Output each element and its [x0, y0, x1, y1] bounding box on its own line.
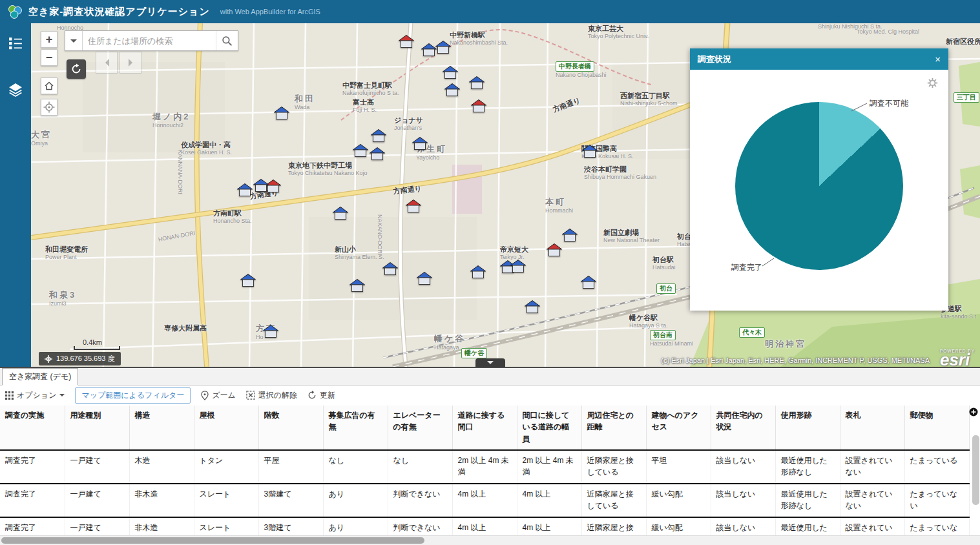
house-marker-blue[interactable]: [469, 76, 485, 90]
locate-button[interactable]: [41, 99, 57, 116]
house-marker-blue[interactable]: [333, 207, 348, 220]
previous-extent-button[interactable]: [96, 52, 118, 74]
table-cell: 調査完了: [0, 517, 65, 535]
zoom-to-button[interactable]: ズーム: [201, 390, 236, 401]
table-cell: 判断できない: [388, 517, 452, 535]
layers-icon[interactable]: [7, 81, 24, 98]
table-cell: たまっている: [904, 450, 969, 484]
house-marker-blue[interactable]: [582, 145, 598, 158]
table-row[interactable]: 調査完了一戸建て非木造スレート3階建てあり判断できない4m 以上4m 以上近隣家…: [0, 484, 969, 517]
house-marker-blue[interactable]: [349, 279, 365, 293]
house-marker-blue[interactable]: [370, 147, 385, 161]
panel-collapse-handle[interactable]: [475, 358, 505, 367]
column-header[interactable]: 使用形跡: [775, 406, 840, 450]
house-marker-blue[interactable]: [382, 262, 398, 276]
house-marker-red[interactable]: [406, 200, 421, 213]
house-marker-red[interactable]: [399, 35, 414, 48]
column-header[interactable]: 屋根: [194, 406, 258, 450]
map-extent-filter-button[interactable]: マップ範囲によるフィルター: [75, 387, 191, 404]
house-marker-blue[interactable]: [263, 325, 278, 338]
house-marker-red[interactable]: [547, 243, 562, 257]
table-cell: 一戸建て: [65, 484, 129, 517]
options-button[interactable]: オプション: [5, 390, 65, 401]
panel-header: 調査状況 ×: [690, 48, 948, 70]
app-logo-icon: [6, 3, 23, 20]
vertical-scrollbar-thumb[interactable]: [972, 435, 979, 505]
column-header[interactable]: 募集広告の有無: [323, 406, 388, 450]
house-marker-blue[interactable]: [435, 41, 451, 54]
clear-selection-label: 選択の解除: [258, 390, 297, 401]
house-marker-blue[interactable]: [510, 260, 526, 273]
house-marker-blue[interactable]: [253, 179, 269, 192]
table-row[interactable]: 調査完了一戸建て木造トタン平屋なしなし2m 以上 4m 未満2m 以上 4m 未…: [0, 450, 969, 484]
house-marker-blue[interactable]: [237, 183, 253, 197]
legend-icon[interactable]: [7, 35, 24, 52]
pie-chart[interactable]: [735, 102, 903, 270]
column-header[interactable]: 調査の実施: [0, 406, 65, 450]
house-marker-blue[interactable]: [412, 137, 428, 150]
column-header[interactable]: 階数: [258, 406, 323, 450]
add-field-button[interactable]: [969, 407, 978, 419]
house-marker-blue[interactable]: [562, 229, 578, 242]
house-marker-blue[interactable]: [443, 66, 458, 79]
column-header[interactable]: 建物へのアクセス: [646, 406, 711, 450]
vertical-scrollbar[interactable]: [972, 434, 979, 531]
table-cell: 設置されていない: [840, 484, 904, 517]
table-row[interactable]: 調査完了一戸建て非木造スレート3階建てあり判断できない4m 以上4m 以上近隣家…: [0, 517, 969, 535]
map-attribution: (c) Esri Japan | Esri Japan, Esri, HERE,…: [661, 356, 930, 364]
column-header[interactable]: 表札: [840, 406, 904, 450]
tab-akiya-survey[interactable]: 空き家調査 (デモ): [2, 368, 78, 386]
column-header[interactable]: 郵便物: [904, 406, 969, 450]
house-marker-blue[interactable]: [371, 129, 386, 143]
search-input[interactable]: [83, 31, 216, 50]
table-cell: なし: [323, 450, 388, 484]
house-marker-blue[interactable]: [444, 83, 460, 97]
column-header[interactable]: 周辺住宅との距離: [581, 406, 646, 450]
house-marker-blue[interactable]: [353, 144, 368, 158]
table-cell: 2m 以上 4m 未満: [517, 450, 581, 484]
attribute-table: 調査の実施用途種別構造屋根階数募集広告の有無エレベーターの有無道路に接する間口間…: [0, 406, 980, 535]
search-button[interactable]: [216, 31, 238, 50]
horizontal-scrollbar[interactable]: [0, 535, 980, 545]
zoom-in-button[interactable]: +: [41, 31, 57, 48]
column-header[interactable]: 構造: [129, 406, 194, 450]
coordinates-widget[interactable]: 139.676 35.693 度: [39, 352, 121, 365]
map-canvas[interactable]: Honnocho中野新橋駅Nakanoshimbashi Sta.東京工芸大To…: [31, 23, 980, 367]
chevron-down-icon: [487, 361, 494, 367]
house-marker-blue[interactable]: [417, 272, 432, 285]
horizontal-scrollbar-thumb[interactable]: [1, 537, 424, 544]
house-marker-red[interactable]: [471, 99, 486, 113]
house-marker-blue[interactable]: [525, 300, 540, 314]
column-header[interactable]: 用途種別: [65, 406, 129, 450]
default-extent-button[interactable]: [67, 59, 86, 79]
column-header[interactable]: 道路に接する間口: [452, 406, 517, 450]
refresh-label: 更新: [320, 390, 335, 401]
next-extent-button[interactable]: [120, 52, 141, 74]
column-header[interactable]: エレベーターの有無: [388, 406, 452, 450]
house-marker-blue[interactable]: [274, 107, 289, 120]
table-cell: 一戸建て: [65, 450, 129, 484]
pie-label-complete: 調査完了: [731, 262, 762, 273]
chevron-down-icon: [59, 394, 65, 399]
gear-icon[interactable]: [927, 77, 938, 91]
house-marker-blue[interactable]: [581, 276, 596, 289]
close-icon[interactable]: ×: [935, 54, 941, 64]
clear-selection-button[interactable]: 選択の解除: [246, 390, 297, 401]
table-header-row: 調査の実施用途種別構造屋根階数募集広告の有無エレベーターの有無道路に接する間口間…: [0, 406, 969, 450]
refresh-button[interactable]: 更新: [308, 390, 335, 401]
table-cell: 4m 以上: [517, 484, 581, 517]
table-cell: 該当しない: [711, 484, 775, 517]
table-cell: 3階建て: [258, 484, 323, 517]
zoom-out-button[interactable]: −: [41, 49, 57, 66]
search-source-dropdown[interactable]: [65, 31, 83, 50]
column-header[interactable]: 間口に接している道路の幅員: [517, 406, 581, 450]
clear-selection-icon: [246, 391, 255, 400]
house-marker-blue[interactable]: [470, 265, 486, 279]
left-toolbar: [0, 23, 31, 367]
house-marker-blue[interactable]: [240, 274, 256, 287]
table-cell: スレート: [194, 517, 258, 535]
home-button[interactable]: [41, 77, 57, 94]
column-header[interactable]: 共同住宅内の状況: [711, 406, 775, 450]
house-marker-blue[interactable]: [421, 43, 437, 57]
table-cell: 3階建て: [258, 517, 323, 535]
